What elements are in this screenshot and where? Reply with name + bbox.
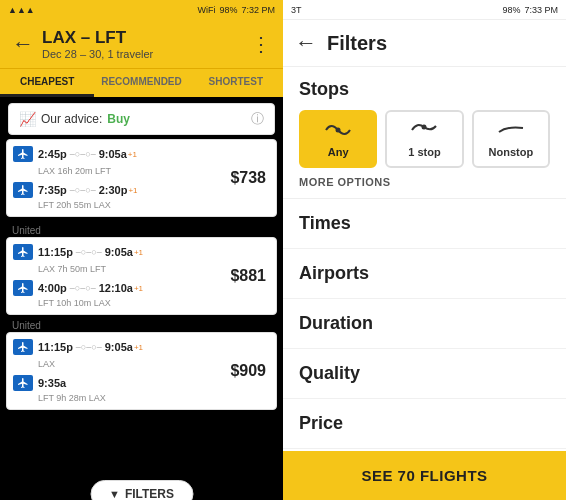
flight-group-3[interactable]: 11:15p –○–○– 9:05a +1 LAX 9:35a [6,332,277,410]
tab-bar: CHEAPEST RECOMMENDED SHORTEST [0,68,283,97]
right-status-time: 7:33 PM [524,5,558,15]
stop-nonstop-label: Nonstop [478,146,544,158]
flight-2a-stops: –○–○– [76,247,102,257]
airline-label-united-2: United [6,317,277,332]
right-status-bar: 3T 98% 7:33 PM [283,0,566,20]
flight-3a-arrive: 9:05a [105,341,133,353]
flight-1a-plus: +1 [128,150,137,159]
flight-3a-stops: –○–○– [76,342,102,352]
filter-item-duration[interactable]: Duration [283,299,566,349]
flight-3b-route: LFT 9h 28m LAX [38,393,214,403]
filters-page-title: Filters [327,32,387,55]
flights-list: 2:45p –○–○– 9:05a +1 LAX 16h 20m LFT [0,139,283,500]
flight-2b-arrive: 12:10a [99,282,133,294]
right-status-signal: 3T [291,5,302,15]
flight-1b-stops: –○–○– [70,185,96,195]
flight-2a-depart: 11:15p [38,246,73,258]
filter-item-times[interactable]: Times [283,199,566,249]
advice-info-icon[interactable]: ⓘ [251,110,264,128]
route-title: LAX – LFT [42,28,251,48]
route-subtitle: Dec 28 – 30, 1 traveler [42,48,251,60]
stop-1stop-label: 1 stop [391,146,457,158]
stop-option-nonstop[interactable]: Nonstop [472,110,550,168]
tab-shortest[interactable]: SHORTEST [189,69,283,97]
flight-2b-plus: +1 [134,284,143,293]
route-info: LAX – LFT Dec 28 – 30, 1 traveler [42,28,251,60]
left-status-wifi: WiFi [197,5,215,15]
filter-item-airports[interactable]: Airports [283,249,566,299]
right-status-battery: 98% [502,5,520,15]
flight-3a-plus: +1 [134,343,143,352]
left-status-battery: 98% [219,5,237,15]
advice-text: Our advice: [41,112,102,126]
stop-any-label: Any [305,146,371,158]
flight-2b-route: LFT 10h 10m LAX [38,298,214,308]
filters-label: FILTERS [125,487,174,500]
flight-1b-arrive: 2:30p [99,184,128,196]
stop-nonstop-icon [478,120,544,144]
back-button-right[interactable]: ← [295,30,317,56]
flight-1a-stops: –○–○– [70,149,96,159]
left-panel: ← LAX – LFT Dec 28 – 30, 1 traveler ⋮ CH… [0,20,283,500]
flight-group-1[interactable]: 2:45p –○–○– 9:05a +1 LAX 16h 20m LFT [6,139,277,217]
more-options-link[interactable]: MORE OPTIONS [283,176,566,198]
airline-icon-1b [13,182,33,198]
svg-point-0 [336,128,341,133]
flight-2a-route: LAX 7h 50m LFT [38,264,214,274]
flight-1b-depart: 7:35p [38,184,67,196]
filters-button[interactable]: ▼ FILTERS [90,480,193,500]
flight-3b-depart: 9:35a [38,377,66,389]
svg-point-1 [422,125,427,130]
flight-3a-depart: 11:15p [38,341,73,353]
flight-2a-arrive: 9:05a [105,246,133,258]
flight-1b-plus: +1 [128,186,137,195]
flight-1a-arrive: 9:05a [99,148,127,160]
see-flights-button[interactable]: SEE 70 FLIGHTS [283,451,566,500]
more-menu-icon[interactable]: ⋮ [251,32,271,56]
airline-icon-2b [13,280,33,296]
flight-1a-depart: 2:45p [38,148,67,160]
filter-content: Stops Any [283,67,566,451]
flight-3a-route: LAX [38,359,214,369]
stop-1stop-icon [391,120,457,144]
back-button-left[interactable]: ← [12,31,34,57]
advice-bar: 📈 Our advice: Buy ⓘ [8,103,275,135]
left-status-time: 7:32 PM [241,5,275,15]
airline-icon-3b [13,375,33,391]
stops-section-title: Stops [283,67,566,106]
flight-1-price: $738 [220,140,276,216]
stop-option-any[interactable]: Any [299,110,377,168]
flight-2-price: $881 [220,238,276,314]
airline-label-united-1: United [6,222,277,237]
airline-icon-1a [13,146,33,162]
advice-trend-icon: 📈 [19,111,36,127]
flight-2b-depart: 4:00p [38,282,67,294]
tab-cheapest[interactable]: CHEAPEST [0,69,94,97]
right-panel: ← Filters Stops [283,20,566,500]
advice-buy-label: Buy [107,112,130,126]
left-status-bar: ▲▲▲ WiFi 98% 7:32 PM [0,0,283,20]
stop-any-icon [305,120,371,144]
flight-1b-route: LFT 20h 55m LAX [38,200,214,210]
stops-section: Stops Any [283,67,566,198]
filter-item-price[interactable]: Price [283,399,566,449]
airline-icon-3a [13,339,33,355]
left-header: ← LAX – LFT Dec 28 – 30, 1 traveler ⋮ [0,20,283,68]
left-status-signal: ▲▲▲ [8,5,35,15]
flight-group-2[interactable]: 11:15p –○–○– 9:05a +1 LAX 7h 50m LFT 4: [6,237,277,315]
flight-3-price: $909 [220,333,276,409]
flight-2b-stops: –○–○– [70,283,96,293]
flight-1a-route: LAX 16h 20m LFT [38,166,214,176]
airline-icon-2a [13,244,33,260]
stop-option-1stop[interactable]: 1 stop [385,110,463,168]
filters-icon: ▼ [109,488,120,500]
flight-2a-plus: +1 [134,248,143,257]
right-header: ← Filters [283,20,566,67]
stops-options: Any 1 stop [283,106,566,176]
filter-item-quality[interactable]: Quality [283,349,566,399]
tab-recommended[interactable]: RECOMMENDED [94,69,188,97]
